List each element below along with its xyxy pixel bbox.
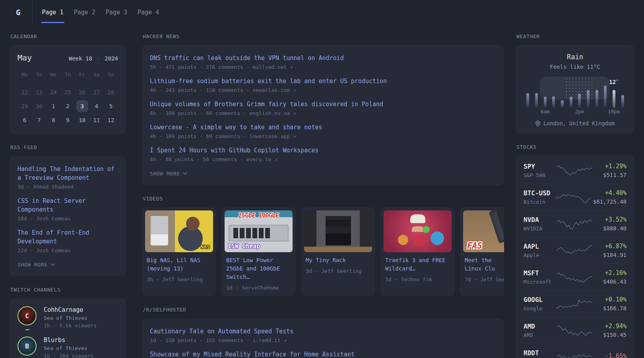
weather-location: London, United Kingdom: [524, 120, 627, 126]
calendar-day[interactable]: 11: [91, 114, 103, 126]
calendar-day-grid: 222324252627282930123456789101112: [17, 86, 118, 126]
weather-bar: [596, 90, 598, 108]
weekday-label: Th: [65, 70, 71, 79]
reddit-item-title[interactable]: Showcase of my Mixed Reality Interface f…: [150, 350, 496, 358]
video-meta: 7d · Jeff Geerling: [465, 276, 504, 282]
twitch-section-label: TWITCH CHANNELS: [10, 287, 126, 293]
stock-row[interactable]: AMD AMD +2.94% $150.45: [524, 317, 627, 344]
weekday-label: Mo: [22, 70, 28, 79]
video-thumbnail: [304, 210, 372, 252]
hn-item: Lithium-free sodium batteries exit the l…: [150, 77, 496, 93]
twitch-channel-name[interactable]: CohhCarnage: [44, 306, 97, 313]
map-pin-icon: [535, 121, 540, 126]
stock-row[interactable]: RDDT Reddit -1.65%: [524, 344, 627, 358]
calendar-day[interactable]: 7: [33, 114, 45, 126]
rss-item-title[interactable]: Handling The Indentation of a Treeview C…: [17, 165, 118, 182]
calendar-day[interactable]: 5: [105, 100, 117, 112]
calendar-day[interactable]: 30: [33, 100, 45, 112]
video-title[interactable]: My Tiny Rack: [306, 256, 370, 265]
page-tab[interactable]: Page 2: [73, 0, 96, 25]
calendar-day[interactable]: 28: [105, 86, 117, 98]
video-title[interactable]: BEST Low Power 25GbE and 100GbE Switch…: [226, 256, 291, 281]
stock-row[interactable]: AAPL Apple +6.87% $184.91: [524, 237, 627, 264]
stock-symbol: MSFT: [524, 269, 556, 277]
hn-item: DNS traffic can leak outside the VPN tun…: [150, 54, 496, 70]
stock-price: $166.78: [594, 305, 627, 311]
calendar-day[interactable]: 1: [47, 100, 59, 112]
twitch-channel-row[interactable]: B Blurbs Sea of Thieves 1h · 264 viewers: [17, 337, 118, 358]
weather-bar: [570, 97, 572, 108]
calendar-day[interactable]: 22: [19, 86, 31, 98]
calendar-day[interactable]: 29: [19, 100, 31, 112]
weather-widget: Rain Feels like 11°C 12° 6am 2pm 10pm Lo…: [516, 45, 634, 134]
calendar-day[interactable]: 10: [76, 114, 88, 126]
hn-item-title[interactable]: Lithium-free sodium batteries exit the l…: [150, 77, 496, 86]
stock-change-percent: +3.52%: [594, 216, 627, 223]
right-column: WEATHER Rain Feels like 11°C 12° 6am 2pm…: [516, 25, 634, 358]
calendar-day[interactable]: 9: [62, 114, 74, 126]
hn-item-title[interactable]: I Spent 24 Hours with GitHub Copilot Wor…: [150, 146, 496, 155]
calendar-section-label: CALENDAR: [10, 33, 126, 39]
video-card[interactable]: LIL NAS Big NAS, Lil NAS (moving 13) 3h …: [142, 207, 216, 296]
hn-item-title[interactable]: Unique volumes of Brothers Grimm fairy t…: [150, 100, 496, 109]
stock-name: Microsoft: [524, 279, 556, 285]
reddit-item-meta: 1d · 538 points · 155 comments · i.redd.…: [150, 337, 496, 343]
video-card[interactable]: My Tiny Rack 3d · Jeff Geerling: [301, 207, 375, 296]
video-title[interactable]: Big NAS, Lil NAS (moving 13): [147, 256, 211, 273]
stock-change-percent: +2.16%: [594, 269, 627, 276]
videos-row: LIL NAS Big NAS, Lil NAS (moving 13) 3h …: [142, 207, 504, 296]
twitch-channel-name[interactable]: Blurbs: [44, 337, 93, 344]
separator-dot: ·: [95, 55, 101, 62]
calendar-day[interactable]: 4: [91, 100, 103, 112]
video-title[interactable]: Meet the Linux Clu: [465, 256, 504, 273]
calendar-day[interactable]: 25: [62, 86, 74, 98]
twitch-channel-row[interactable]: C CohhCarnage Sea of Thieves 1h · 5.5k v…: [17, 306, 118, 329]
calendar-day[interactable]: 26: [76, 86, 88, 98]
page-tabs: Page 1 Page 2 Page 3 Page 4: [41, 0, 160, 25]
hn-item-title[interactable]: DNS traffic can leak outside the VPN tun…: [150, 54, 496, 62]
stock-change-percent: +4.40%: [593, 189, 627, 197]
page-tab[interactable]: Page 3: [105, 0, 128, 25]
video-card[interactable]: Traefik 3 and FREE Wildcard… 3d · Techno…: [380, 207, 455, 296]
hn-show-more-button[interactable]: SHOW MORE: [150, 169, 496, 179]
stock-name: NVIDIA: [524, 226, 556, 232]
calendar-day[interactable]: 12: [105, 114, 117, 126]
stock-id: MSFT Microsoft: [524, 269, 556, 285]
video-thumbnail: LIL NAS: [145, 210, 213, 252]
weather-bar: [535, 93, 538, 108]
reddit-item-title[interactable]: Cautionary Tale on Automated Speed Tests: [150, 327, 496, 336]
stock-change-percent: +6.87%: [594, 243, 627, 250]
stock-symbol: NVDA: [524, 216, 556, 224]
calendar-day[interactable]: 3: [76, 100, 88, 112]
stock-row[interactable]: NVDA NVIDIA +3.52% $888.40: [524, 210, 627, 237]
hn-list: DNS traffic can leak outside the VPN tun…: [150, 54, 496, 162]
stock-id: GOOGL Google: [524, 296, 556, 311]
video-card[interactable]: 25GbE 100GbE 15W Cheap BEST Low Power 25…: [221, 207, 296, 296]
page-tab[interactable]: Page 1: [41, 0, 64, 25]
rss-item-title[interactable]: CSS in React Server Components: [17, 197, 118, 214]
hn-item-title[interactable]: Lowercase - A simple way to take and sha…: [150, 123, 496, 132]
calendar-week-prefix: Week: [69, 55, 82, 62]
video-title[interactable]: Traefik 3 and FREE Wildcard…: [385, 256, 450, 273]
stock-row[interactable]: BTC-USD Bitcoin +4.40% $61,725.48: [524, 184, 627, 210]
rss-item-title[interactable]: The End of Front-End Development: [17, 228, 118, 246]
stock-id: SPY S&P 500: [524, 163, 556, 178]
calendar-day[interactable]: 23: [33, 86, 45, 98]
stock-row[interactable]: SPY S&P 500 +1.29% $511.57: [524, 157, 627, 184]
reddit-item: Showcase of my Mixed Reality Interface f…: [150, 350, 496, 358]
calendar-day[interactable]: 2: [62, 100, 74, 112]
page-tab[interactable]: Page 4: [137, 0, 160, 25]
calendar-day[interactable]: 27: [91, 86, 103, 98]
calendar-day[interactable]: 8: [47, 114, 59, 126]
video-card[interactable]: FAS Meet the Linux Clu 7d · Jeff Geerlin…: [460, 207, 504, 296]
rss-show-more-button[interactable]: SHOW MORE: [17, 260, 118, 270]
calendar-day[interactable]: 24: [47, 86, 59, 98]
stock-values: +2.16% $406.43: [594, 269, 627, 285]
video-meta: 3d · Techno Tim: [385, 276, 450, 282]
stock-row[interactable]: GOOGL Google +0.10% $166.78: [524, 290, 627, 317]
stock-symbol: SPY: [524, 163, 556, 170]
stock-row[interactable]: MSFT Microsoft +2.16% $406.43: [524, 264, 627, 290]
stock-symbol: AMD: [524, 323, 556, 330]
calendar-day[interactable]: 6: [19, 114, 31, 126]
app-logo[interactable]: G: [10, 0, 33, 25]
